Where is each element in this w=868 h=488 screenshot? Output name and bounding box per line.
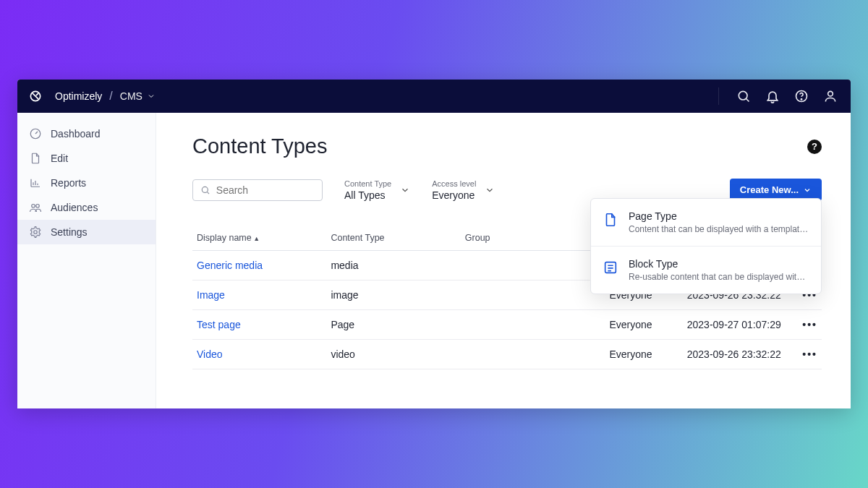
breadcrumb[interactable]: CMS	[120, 90, 156, 102]
svg-point-5	[828, 91, 833, 96]
row-type: media	[326, 251, 460, 281]
row-created: 2023-09-26 23:32:22	[677, 340, 791, 369]
filter-value: Everyone	[432, 189, 476, 201]
filter-value: All Types	[344, 189, 391, 201]
table-row: VideovideoEveryone2023-09-26 23:32:22•••	[192, 340, 822, 369]
sidebar-item-reports[interactable]: Reports	[17, 171, 156, 195]
row-name[interactable]: Video	[192, 340, 326, 369]
document-icon	[29, 152, 42, 165]
row-type: image	[326, 281, 460, 310]
chevron-down-icon	[147, 92, 156, 100]
search-icon[interactable]	[736, 89, 751, 103]
chevron-down-icon	[485, 185, 495, 195]
row-access: Everyone	[605, 340, 677, 369]
col-group[interactable]: Group	[461, 226, 605, 251]
chevron-down-icon	[803, 186, 812, 194]
row-type: video	[326, 340, 460, 369]
user-icon[interactable]	[823, 89, 838, 103]
col-content-type[interactable]: Content Type	[326, 226, 460, 251]
sidebar-item-label: Reports	[51, 177, 86, 189]
brand-logo-icon	[26, 87, 45, 106]
main-content: Content Types ? Content Type All Types A…	[156, 113, 851, 408]
topbar-divider	[718, 87, 719, 105]
filter-access-level[interactable]: Access level Everyone	[432, 179, 495, 201]
row-name[interactable]: Test page	[192, 310, 326, 340]
svg-point-10	[202, 187, 208, 192]
dropdown-item-desc: Content that can be displayed with a tem…	[629, 224, 809, 234]
sidebar-item-dashboard[interactable]: Dashboard	[17, 121, 156, 146]
breadcrumb-separator: /	[109, 90, 112, 103]
sidebar-item-label: Audiences	[51, 202, 98, 213]
filter-label: Access level	[432, 179, 476, 188]
search-icon	[200, 184, 210, 196]
row-name[interactable]: Generic media	[192, 251, 326, 281]
block-icon	[603, 260, 618, 275]
page-help-icon[interactable]: ?	[807, 140, 822, 154]
row-actions-icon[interactable]: •••	[791, 310, 822, 340]
svg-point-4	[801, 99, 801, 100]
row-group	[461, 340, 605, 369]
dropdown-item-page-type[interactable]: Page Type Content that can be displayed …	[591, 199, 821, 246]
filter-content-type[interactable]: Content Type All Types	[344, 179, 410, 201]
svg-point-7	[32, 205, 35, 208]
chevron-down-icon	[400, 185, 410, 195]
sidebar-item-label: Settings	[51, 226, 88, 238]
dropdown-item-title: Page Type	[629, 210, 809, 222]
bell-icon[interactable]	[765, 89, 780, 103]
gauge-icon	[29, 127, 42, 140]
svg-point-1	[739, 91, 747, 100]
create-new-dropdown: Page Type Content that can be displayed …	[590, 198, 822, 294]
dropdown-item-block-type[interactable]: Block Type Re-usable content that can be…	[591, 246, 821, 294]
table-row: Test pagePageEveryone2023-09-27 01:07:29…	[192, 310, 822, 340]
row-actions-icon[interactable]: •••	[791, 340, 822, 369]
svg-line-2	[746, 99, 749, 102]
svg-point-8	[36, 205, 40, 208]
sidebar: Dashboard Edit Reports Audiences Setting…	[17, 113, 156, 408]
sidebar-item-label: Edit	[51, 153, 68, 164]
row-group	[461, 281, 605, 310]
svg-line-11	[207, 192, 209, 194]
filter-label: Content Type	[344, 179, 391, 188]
create-new-label: Create New...	[740, 184, 799, 195]
chart-icon	[29, 176, 42, 189]
sidebar-item-settings[interactable]: Settings	[17, 220, 156, 244]
dropdown-item-title: Block Type	[629, 258, 809, 270]
col-display-name[interactable]: Display name	[192, 226, 326, 251]
gear-icon	[29, 226, 42, 239]
search-input[interactable]	[216, 184, 315, 196]
dropdown-item-desc: Re-usable content that can be displayed …	[629, 272, 809, 282]
topbar: Optimizely / CMS	[17, 80, 851, 113]
row-group	[461, 251, 605, 281]
help-icon[interactable]	[794, 89, 809, 103]
sidebar-item-audiences[interactable]: Audiences	[17, 195, 156, 220]
page-title: Content Types	[192, 134, 327, 158]
sidebar-item-label: Dashboard	[51, 128, 101, 140]
svg-point-9	[34, 231, 38, 234]
breadcrumb-label: CMS	[120, 90, 142, 102]
row-name[interactable]: Image	[192, 281, 326, 310]
row-group	[461, 310, 605, 340]
row-access: Everyone	[605, 310, 677, 340]
brand-name: Optimizely	[55, 90, 102, 102]
row-created: 2023-09-27 01:07:29	[677, 310, 791, 340]
search-input-wrapper[interactable]	[192, 179, 323, 201]
sidebar-item-edit[interactable]: Edit	[17, 146, 156, 171]
page-icon	[603, 212, 618, 228]
users-icon	[29, 201, 42, 214]
row-type: Page	[326, 310, 460, 340]
